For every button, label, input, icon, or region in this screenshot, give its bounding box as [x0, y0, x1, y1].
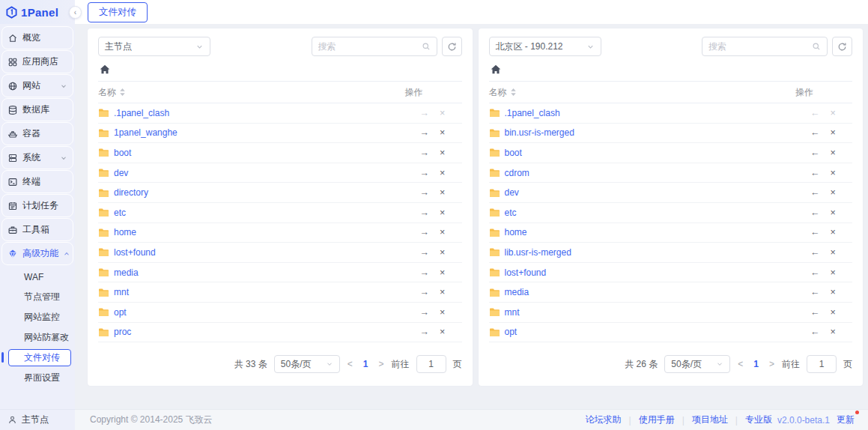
remove-icon[interactable]: ×: [440, 247, 445, 258]
remove-icon[interactable]: ×: [440, 187, 445, 198]
transfer-left-icon[interactable]: ←: [810, 108, 820, 118]
prev-page-button[interactable]: <: [737, 359, 744, 369]
sidebar-item-container[interactable]: 容器: [1, 122, 73, 145]
remove-icon[interactable]: ×: [440, 227, 445, 237]
remove-icon[interactable]: ×: [440, 267, 445, 278]
refresh-button[interactable]: [832, 37, 852, 56]
remove-icon[interactable]: ×: [440, 327, 445, 337]
sidebar-subitem[interactable]: WAF: [1, 267, 73, 287]
sidebar-item-master-node[interactable]: 主节点: [0, 409, 75, 430]
next-page-button[interactable]: >: [768, 359, 775, 369]
transfer-right-icon[interactable]: →: [420, 247, 430, 258]
page-size-select[interactable]: 50条/页: [274, 355, 340, 373]
tab-file-transfer[interactable]: 文件对传: [88, 2, 148, 22]
remove-icon[interactable]: ×: [831, 148, 836, 158]
remove-icon[interactable]: ×: [831, 108, 836, 118]
remove-icon[interactable]: ×: [440, 108, 445, 118]
transfer-right-icon[interactable]: →: [420, 327, 430, 337]
sidebar-item-system[interactable]: 系统: [1, 146, 73, 169]
file-link[interactable]: proc: [114, 327, 131, 337]
sidebar-subitem[interactable]: 界面设置: [1, 368, 73, 388]
goto-page-input[interactable]: [807, 355, 837, 373]
transfer-left-icon[interactable]: ←: [810, 168, 820, 178]
search-input[interactable]: [318, 41, 422, 52]
sidebar-subitem[interactable]: 文件对传: [8, 349, 71, 366]
search-input[interactable]: [708, 41, 812, 52]
home-path-button[interactable]: [100, 64, 112, 74]
remove-icon[interactable]: ×: [831, 247, 836, 258]
file-link[interactable]: etc: [505, 208, 517, 218]
transfer-right-icon[interactable]: →: [420, 307, 430, 318]
sidebar-item-terminal[interactable]: 终端: [1, 170, 73, 193]
version-text[interactable]: v2.0.0-beta.1: [777, 415, 830, 426]
page-size-select[interactable]: 50条/页: [664, 355, 730, 373]
file-link[interactable]: lost+found: [505, 267, 547, 278]
file-link[interactable]: etc: [114, 208, 126, 218]
node-select[interactable]: 主节点: [98, 37, 210, 56]
transfer-left-icon[interactable]: ←: [810, 148, 820, 158]
remove-icon[interactable]: ×: [831, 227, 836, 237]
file-link[interactable]: home: [505, 227, 527, 237]
remove-icon[interactable]: ×: [440, 287, 445, 297]
sort-icon[interactable]: [510, 88, 517, 97]
file-link[interactable]: opt: [114, 307, 127, 318]
transfer-left-icon[interactable]: ←: [810, 247, 820, 258]
file-link[interactable]: cdrom: [505, 168, 529, 178]
footer-link-manual[interactable]: 使用手册: [639, 414, 675, 426]
file-link[interactable]: media: [505, 287, 529, 297]
transfer-left-icon[interactable]: ←: [810, 287, 820, 297]
transfer-left-icon[interactable]: ←: [810, 307, 820, 318]
sort-icon[interactable]: [119, 88, 126, 97]
transfer-left-icon[interactable]: ←: [810, 187, 820, 198]
refresh-button[interactable]: [442, 37, 462, 56]
file-link[interactable]: dev: [114, 168, 128, 178]
sidebar-item-toolbox[interactable]: 工具箱: [1, 218, 73, 241]
remove-icon[interactable]: ×: [440, 208, 445, 218]
current-page[interactable]: 1: [750, 359, 762, 369]
sidebar-item-overview[interactable]: 概览: [1, 26, 73, 49]
remove-icon[interactable]: ×: [831, 267, 836, 278]
goto-page-input[interactable]: [416, 355, 446, 373]
sidebar-collapse-button[interactable]: ‹: [69, 6, 82, 19]
file-link[interactable]: directory: [114, 187, 148, 198]
file-link[interactable]: lib.usr-is-merged: [505, 247, 571, 258]
sidebar-item-database[interactable]: 数据库: [1, 98, 73, 121]
file-link[interactable]: home: [114, 227, 136, 237]
remove-icon[interactable]: ×: [440, 307, 445, 318]
transfer-right-icon[interactable]: →: [420, 108, 430, 118]
sidebar-item-cron[interactable]: 计划任务: [1, 194, 73, 217]
file-link[interactable]: lost+found: [114, 247, 156, 258]
transfer-right-icon[interactable]: →: [420, 168, 430, 178]
transfer-right-icon[interactable]: →: [420, 187, 430, 198]
file-link[interactable]: media: [114, 267, 139, 278]
node-select[interactable]: 北京区 - 190.212: [489, 37, 601, 56]
remove-icon[interactable]: ×: [831, 168, 836, 178]
transfer-right-icon[interactable]: →: [420, 227, 430, 237]
file-link[interactable]: .1panel_clash: [505, 108, 560, 118]
remove-icon[interactable]: ×: [440, 168, 445, 178]
update-link[interactable]: 更新: [837, 414, 855, 426]
home-path-button[interactable]: [491, 64, 503, 74]
current-page[interactable]: 1: [360, 359, 371, 369]
sidebar-subitem[interactable]: 节点管理: [1, 287, 73, 307]
remove-icon[interactable]: ×: [831, 287, 836, 297]
file-link[interactable]: mnt: [114, 287, 129, 297]
prev-page-button[interactable]: <: [347, 359, 353, 369]
remove-icon[interactable]: ×: [831, 208, 836, 218]
sidebar-subitem[interactable]: 网站监控: [1, 307, 73, 327]
transfer-right-icon[interactable]: →: [420, 127, 430, 138]
file-link[interactable]: bin.usr-is-merged: [505, 127, 574, 138]
remove-icon[interactable]: ×: [831, 127, 836, 138]
file-link[interactable]: mnt: [505, 307, 520, 318]
file-link[interactable]: 1panel_wanghe: [114, 127, 177, 138]
sidebar-item-website[interactable]: 网站: [1, 74, 73, 97]
file-link[interactable]: boot: [114, 148, 131, 158]
footer-link-project[interactable]: 项目地址: [692, 414, 728, 426]
file-link[interactable]: dev: [505, 187, 519, 198]
footer-link-forum[interactable]: 论坛求助: [586, 414, 622, 426]
transfer-left-icon[interactable]: ←: [810, 208, 820, 218]
remove-icon[interactable]: ×: [831, 327, 836, 337]
file-link[interactable]: .1panel_clash: [114, 108, 169, 118]
remove-icon[interactable]: ×: [440, 127, 445, 138]
sidebar-item-appstore[interactable]: 应用商店: [1, 50, 73, 73]
